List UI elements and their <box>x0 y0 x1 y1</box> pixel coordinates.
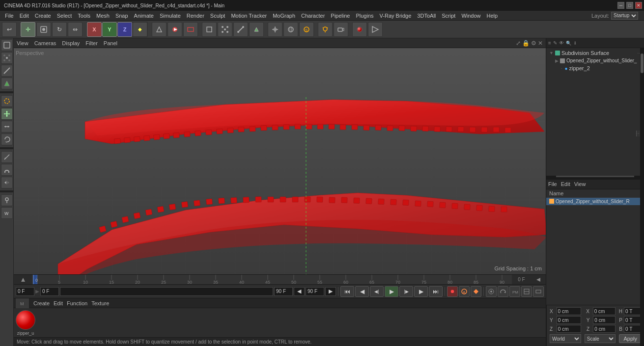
object-axis-btn[interactable] <box>1 39 13 51</box>
current-frame-field[interactable] <box>16 287 34 296</box>
scrollbar-thumb[interactable] <box>641 53 644 73</box>
edge-mode-btn[interactable] <box>233 22 248 37</box>
playback-mode-btn[interactable] <box>486 286 497 297</box>
mat-texture-menu[interactable]: Texture <box>91 300 109 306</box>
jump-end-button[interactable]: ⏭ <box>429 286 443 297</box>
rp-view-btn[interactable]: 👁 <box>559 40 564 46</box>
poly-mode-btn[interactable] <box>249 22 264 37</box>
axis-x-button[interactable]: X <box>87 22 102 37</box>
menu-script[interactable]: Script <box>439 12 458 20</box>
edges-btn[interactable] <box>1 65 13 77</box>
loop-btn[interactable] <box>498 286 508 297</box>
tree-item-zipper[interactable]: ▶ Opened_Zipper_without_Slider_ <box>553 57 643 64</box>
rp-search-btn[interactable]: 🔍 <box>566 41 571 46</box>
magnet-btn[interactable] <box>1 164 13 176</box>
mode-btn2[interactable]: PM <box>509 286 520 297</box>
weight-btn[interactable]: W <box>1 207 13 219</box>
menu-animate[interactable]: Animate <box>131 12 157 20</box>
menu-render[interactable]: Render <box>184 12 207 20</box>
menu-pipeline[interactable]: Pipeline <box>328 12 353 20</box>
undo-button[interactable]: ↩ <box>2 22 17 37</box>
frame-input-field[interactable] <box>40 287 59 296</box>
render-region-button[interactable] <box>183 22 198 37</box>
next-frame-button[interactable]: ▶ <box>414 286 428 297</box>
coord-scale-select[interactable]: Scale Size <box>585 334 616 343</box>
material-button[interactable] <box>352 22 367 37</box>
viewport-filter-menu[interactable]: Filter <box>85 40 97 46</box>
knife-btn[interactable] <box>1 151 13 163</box>
coord-x-pos[interactable] <box>557 307 581 315</box>
menu-edit[interactable]: Edit <box>17 12 32 20</box>
prev-frame-button[interactable]: ◀ <box>355 286 369 297</box>
perspective-button[interactable] <box>152 22 167 37</box>
move-btn[interactable] <box>1 108 13 120</box>
coord-y-pos[interactable] <box>557 316 581 324</box>
viewport-settings-icon[interactable]: ⚙ <box>531 40 536 47</box>
coord-b[interactable] <box>624 325 642 333</box>
keyframe-button[interactable] <box>471 286 481 297</box>
menu-snap[interactable]: Snap <box>112 12 131 20</box>
coord-p[interactable] <box>624 316 642 324</box>
axis-z-button[interactable]: Z <box>117 22 132 37</box>
menu-plugins[interactable]: Plugins <box>353 12 376 20</box>
points-btn[interactable] <box>1 52 13 64</box>
minimize-button[interactable]: ─ <box>617 2 624 9</box>
polygons-btn[interactable] <box>1 78 13 89</box>
rp-file-btn[interactable]: ≡ <box>548 40 551 46</box>
xray-button[interactable] <box>283 22 298 37</box>
menu-tools[interactable]: Tools <box>75 12 93 20</box>
end-frame-field[interactable] <box>274 287 293 296</box>
apply-button[interactable]: Apply <box>619 334 642 343</box>
menu-simulate[interactable]: Simulate <box>157 12 184 20</box>
material-item[interactable]: zipper_u <box>16 310 35 336</box>
scale-tool-button[interactable]: ⇔ <box>68 22 83 37</box>
rp-filter-btn[interactable]: ⬇ <box>573 41 577 46</box>
coord-system-select[interactable]: World Object <box>550 334 581 343</box>
viewport-panel-menu[interactable]: Panel <box>104 40 117 46</box>
viewport-view-menu[interactable]: View <box>17 40 28 46</box>
coord-y-size[interactable] <box>593 316 616 324</box>
menu-window[interactable]: Window <box>458 12 483 20</box>
object-mode-button[interactable] <box>36 22 51 37</box>
fps-field[interactable] <box>306 287 324 296</box>
coord-x-size[interactable] <box>593 307 616 315</box>
render-button[interactable] <box>168 22 182 37</box>
rp-edit-btn[interactable]: ✎ <box>553 40 557 46</box>
close-button[interactable]: ✕ <box>635 2 642 9</box>
menu-sculpt[interactable]: Sculpt <box>207 12 228 20</box>
coord-z-pos[interactable] <box>557 325 581 333</box>
timeline[interactable]: 0 5 10 15 20 25 30 <box>14 274 546 284</box>
tree-item-zipper2[interactable]: · ● zipper_2 <box>559 64 643 72</box>
mirror-btn[interactable] <box>1 177 13 188</box>
menu-file[interactable]: File <box>2 12 17 20</box>
autokey-button[interactable]: A <box>459 286 470 297</box>
fullscreen-btn[interactable] <box>533 286 544 297</box>
menu-help[interactable]: Help <box>484 12 501 20</box>
rp-bottom-view-btn[interactable]: View <box>574 181 586 187</box>
menu-character[interactable]: Character <box>298 12 328 20</box>
next-keyframe-button[interactable]: |▶ <box>399 286 413 297</box>
paint-btn[interactable] <box>1 194 13 206</box>
snap-button[interactable] <box>268 22 282 37</box>
menu-motion-tracker[interactable]: Motion Tracker <box>228 12 270 20</box>
rp-bottom-file-btn[interactable]: File <box>548 181 557 187</box>
tree-item-subdivision[interactable]: ▼ Subdivision Surface ··· <box>547 49 643 57</box>
timeline-progress[interactable] <box>60 287 273 296</box>
mat-function-menu[interactable]: Function <box>67 300 87 306</box>
record-button[interactable]: ⏺ <box>447 286 458 297</box>
right-edge-expand-tab[interactable]: ⋮ <box>636 131 640 136</box>
coord-h[interactable] <box>624 307 642 315</box>
fps-up-button[interactable]: ▶ <box>325 287 336 296</box>
layout-select[interactable]: Startup <box>611 12 638 20</box>
tag-button[interactable] <box>368 22 383 37</box>
play-button[interactable]: ▶ <box>385 286 398 297</box>
object-list-item[interactable]: Opened_Zipper_without_Slider_R <box>546 198 644 205</box>
mat-create-menu[interactable]: Create <box>33 300 50 306</box>
menu-3dtoall[interactable]: 3DToAll <box>414 12 439 20</box>
viewport-lock-icon[interactable]: 🔒 <box>522 40 530 47</box>
live-selection-btn[interactable] <box>1 95 13 107</box>
jump-start-button[interactable]: ⏮ <box>340 286 354 297</box>
menu-mograph[interactable]: MoGraph <box>270 12 298 20</box>
scale-btn[interactable] <box>1 121 13 133</box>
viewport[interactable]: Perspective Grid Spacing : 1 cm <box>14 48 546 274</box>
